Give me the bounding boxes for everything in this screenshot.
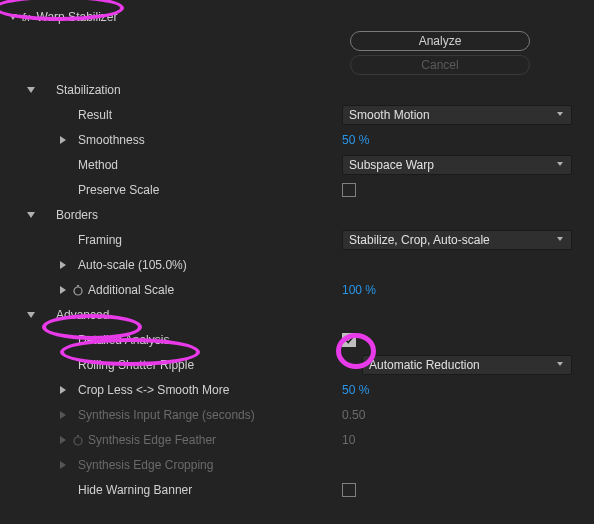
rolling-shutter-value: Automatic Reduction <box>369 358 480 372</box>
chevron-down-icon <box>555 108 565 122</box>
result-value: Smooth Motion <box>349 108 430 122</box>
detailed-analysis-checkbox[interactable] <box>342 333 356 347</box>
framing-select[interactable]: Stabilize, Crop, Auto-scale <box>342 230 572 250</box>
twirl-right-icon[interactable] <box>54 410 72 420</box>
preserve-scale-label: Preserve Scale <box>78 183 159 197</box>
svg-point-0 <box>74 287 82 295</box>
svg-point-2 <box>74 437 82 445</box>
method-value: Subspace Warp <box>349 158 434 172</box>
result-label: Result <box>78 108 112 122</box>
hide-warning-label: Hide Warning Banner <box>78 483 192 497</box>
twirl-right-icon[interactable] <box>54 260 72 270</box>
framing-label: Framing <box>78 233 122 247</box>
method-label: Method <box>78 158 118 172</box>
synth-feather-value: 10 <box>342 433 355 447</box>
twirl-down-icon[interactable] <box>22 85 40 95</box>
effect-header-row: fx Warp Stabilizer <box>0 4 594 29</box>
crop-smooth-value[interactable]: 50 % <box>342 383 369 397</box>
smoothness-row: Smoothness 50 % <box>0 127 594 152</box>
method-row: Method Subspace Warp <box>0 152 594 177</box>
preserve-scale-row: Preserve Scale <box>0 177 594 202</box>
twirl-right-icon[interactable] <box>54 285 72 295</box>
fx-badge[interactable]: fx <box>22 11 30 23</box>
result-select[interactable]: Smooth Motion <box>342 105 572 125</box>
twirl-right-icon[interactable] <box>54 460 72 470</box>
additional-scale-value[interactable]: 100 % <box>342 283 376 297</box>
synth-feather-row: Synthesis Edge Feather 10 <box>0 427 594 452</box>
effect-controls-panel: fx Warp Stabilizer Analyze Cancel Stabil… <box>0 0 594 502</box>
twirl-right-icon[interactable] <box>54 435 72 445</box>
svg-rect-3 <box>77 435 79 437</box>
twirl-right-icon[interactable] <box>54 135 72 145</box>
analyze-button[interactable]: Analyze <box>350 31 530 51</box>
rolling-shutter-label: Rolling Shutter Ripple <box>78 358 194 372</box>
additional-scale-label: Additional Scale <box>88 283 174 297</box>
twirl-down-icon[interactable] <box>22 210 40 220</box>
rolling-shutter-row: Rolling Shutter Ripple Automatic Reducti… <box>0 352 594 377</box>
detailed-analysis-label: Detailed Analysis <box>78 333 169 347</box>
detailed-analysis-row: Detailed Analysis <box>0 327 594 352</box>
stopwatch-icon[interactable] <box>72 284 86 296</box>
framing-row: Framing Stabilize, Crop, Auto-scale <box>0 227 594 252</box>
smoothness-value[interactable]: 50 % <box>342 133 369 147</box>
synth-cropping-row: Synthesis Edge Cropping <box>0 452 594 477</box>
synth-cropping-label: Synthesis Edge Cropping <box>78 458 213 472</box>
framing-value: Stabilize, Crop, Auto-scale <box>349 233 490 247</box>
synth-range-value: 0.50 <box>342 408 365 422</box>
cancel-button-row: Cancel <box>0 53 594 77</box>
twirl-right-icon[interactable] <box>54 385 72 395</box>
method-select[interactable]: Subspace Warp <box>342 155 572 175</box>
advanced-section-label: Advanced <box>56 308 109 322</box>
smoothness-label: Smoothness <box>78 133 145 147</box>
synth-range-label: Synthesis Input Range (seconds) <box>78 408 255 422</box>
preserve-scale-checkbox[interactable] <box>342 183 356 197</box>
chevron-down-icon <box>555 158 565 172</box>
effect-name: Warp Stabilizer <box>37 10 118 24</box>
crop-smooth-label: Crop Less <-> Smooth More <box>78 383 229 397</box>
hide-warning-checkbox[interactable] <box>342 483 356 497</box>
hide-warning-row: Hide Warning Banner <box>0 477 594 502</box>
result-row: Result Smooth Motion <box>0 102 594 127</box>
twirl-down-icon[interactable] <box>4 12 22 22</box>
chevron-down-icon <box>555 233 565 247</box>
crop-smooth-row: Crop Less <-> Smooth More 50 % <box>0 377 594 402</box>
additional-scale-row: Additional Scale 100 % <box>0 277 594 302</box>
auto-scale-row: Auto-scale (105.0%) <box>0 252 594 277</box>
analyze-button-row: Analyze <box>0 29 594 53</box>
advanced-section-row: Advanced <box>0 302 594 327</box>
twirl-down-icon[interactable] <box>22 310 40 320</box>
rolling-shutter-select[interactable]: Automatic Reduction <box>362 355 572 375</box>
stabilization-section-label: Stabilization <box>56 83 121 97</box>
borders-section-row: Borders <box>0 202 594 227</box>
auto-scale-label: Auto-scale (105.0%) <box>78 258 187 272</box>
synth-feather-label: Synthesis Edge Feather <box>88 433 216 447</box>
cancel-button: Cancel <box>350 55 530 75</box>
chevron-down-icon <box>555 358 565 372</box>
borders-section-label: Borders <box>56 208 98 222</box>
stabilization-section-row: Stabilization <box>0 77 594 102</box>
synth-range-row: Synthesis Input Range (seconds) 0.50 <box>0 402 594 427</box>
svg-rect-1 <box>77 285 79 287</box>
stopwatch-icon <box>72 434 86 446</box>
